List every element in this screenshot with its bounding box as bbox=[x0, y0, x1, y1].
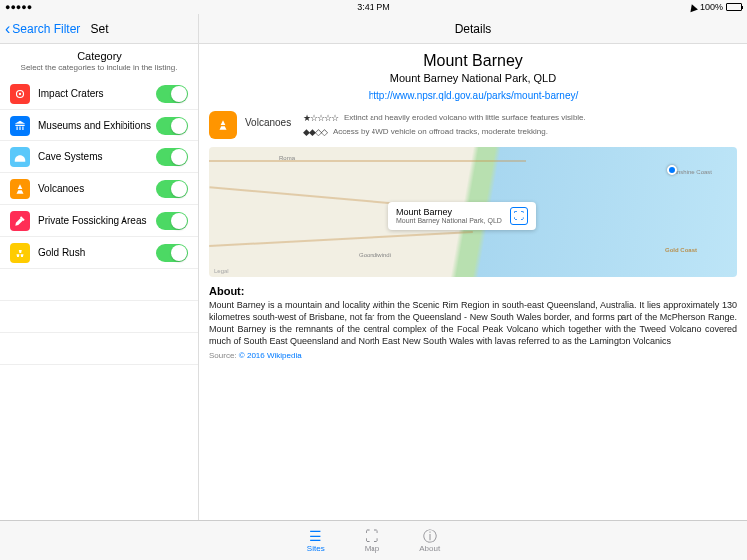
tab-label: Map bbox=[365, 544, 380, 553]
battery-pct: 100% bbox=[700, 2, 723, 12]
fossicking-icon bbox=[10, 211, 30, 231]
empty-row bbox=[0, 269, 198, 301]
category-list: Impact Craters Museums and Exhibitions C… bbox=[0, 78, 198, 269]
details-body: Mount Barney Mount Barney National Park,… bbox=[199, 44, 747, 368]
back-label: Search Filter bbox=[12, 22, 80, 36]
toggle-impact[interactable] bbox=[156, 85, 188, 103]
category-label: Gold Rush bbox=[38, 247, 156, 258]
rating-line: ★☆☆☆☆ Extinct and heavily eroded volcano… bbox=[303, 111, 737, 125]
status-left: ●●●●● bbox=[5, 2, 32, 12]
right-nav-title: Details bbox=[455, 22, 492, 36]
category-label: Volcanoes bbox=[38, 183, 156, 194]
gold-rush-icon bbox=[10, 243, 30, 263]
left-nav-title: Set bbox=[90, 22, 108, 36]
category-row-volcanoes[interactable]: Volcanoes bbox=[0, 173, 198, 205]
list-icon: ☰ bbox=[309, 529, 322, 543]
category-row-gold[interactable]: Gold Rush bbox=[0, 237, 198, 269]
map-town-label: Gold Coast bbox=[665, 247, 697, 253]
access-line: ◆◆◇◇ Access by 4WD vehicle on offroad tr… bbox=[303, 125, 737, 139]
source-label: Source: bbox=[209, 351, 237, 360]
category-header: Category Select the categories to includ… bbox=[0, 44, 198, 78]
category-label: Impact Craters bbox=[38, 88, 156, 99]
toggle-gold[interactable] bbox=[156, 244, 188, 262]
about-heading: About: bbox=[209, 285, 737, 297]
tab-sites[interactable]: ☰ Sites bbox=[307, 529, 325, 553]
cave-icon bbox=[10, 147, 30, 167]
empty-row bbox=[0, 301, 198, 333]
volcano-icon bbox=[10, 179, 30, 199]
battery-icon bbox=[726, 3, 742, 11]
impact-crater-icon bbox=[10, 84, 30, 104]
map-view[interactable]: Roma Sunshine Coast Goondiwindi Gold Coa… bbox=[209, 147, 737, 277]
site-name: Mount Barney bbox=[209, 52, 737, 70]
toggle-fossicking[interactable] bbox=[156, 212, 188, 230]
category-subtitle: Select the categories to include in the … bbox=[0, 62, 198, 76]
info-icon: ⓘ bbox=[423, 529, 437, 543]
location-icon bbox=[688, 2, 698, 11]
map-town-label: Roma bbox=[279, 155, 295, 161]
category-label: Private Fossicking Areas bbox=[38, 215, 156, 226]
chevron-left-icon: ‹ bbox=[5, 21, 10, 37]
site-link-row: http://www.npsr.qld.gov.au/parks/mount-b… bbox=[209, 90, 737, 101]
difficulty-rating: ◆◆◇◇ bbox=[303, 125, 327, 139]
tab-about[interactable]: ⓘ About bbox=[419, 529, 440, 553]
map-legal-link[interactable]: Legal bbox=[214, 268, 229, 274]
source-row: Source: © 2016 Wikipedia bbox=[209, 351, 737, 360]
toggle-cave[interactable] bbox=[156, 148, 188, 166]
category-label: Museums and Exhibitions bbox=[38, 120, 156, 131]
right-panel: Details Mount Barney Mount Barney Nation… bbox=[199, 14, 747, 520]
left-panel: ‹ Search Filter Set Category Select the … bbox=[0, 14, 199, 520]
toggle-museums[interactable] bbox=[156, 117, 188, 135]
left-nav-bar: ‹ Search Filter Set bbox=[0, 14, 198, 44]
category-row-museums[interactable]: Museums and Exhibitions bbox=[0, 110, 198, 141]
back-button[interactable]: ‹ Search Filter bbox=[5, 21, 80, 37]
empty-row bbox=[0, 333, 198, 365]
tab-map[interactable]: ⛶ Map bbox=[365, 529, 380, 553]
tab-bar: ☰ Sites ⛶ Map ⓘ About bbox=[0, 520, 747, 560]
map-pin-icon[interactable] bbox=[667, 165, 677, 175]
rating-text: Extinct and heavily eroded volcano with … bbox=[344, 112, 586, 125]
site-url-link[interactable]: http://www.npsr.qld.gov.au/parks/mount-b… bbox=[369, 90, 578, 101]
map-town-label: Goondiwindi bbox=[359, 252, 391, 258]
svg-point-1 bbox=[19, 92, 21, 94]
category-row-fossicking[interactable]: Private Fossicking Areas bbox=[0, 205, 198, 237]
map-callout[interactable]: Mount Barney Mount Barney National Park,… bbox=[388, 202, 536, 230]
status-right: 100% bbox=[689, 2, 742, 12]
tab-label: Sites bbox=[307, 544, 325, 553]
status-bar: ●●●●● 3:41 PM 100% bbox=[0, 0, 747, 14]
status-time: 3:41 PM bbox=[357, 2, 390, 12]
tab-label: About bbox=[419, 544, 440, 553]
star-rating: ★☆☆☆☆ bbox=[303, 111, 338, 125]
site-park: Mount Barney National Park, QLD bbox=[209, 72, 737, 84]
callout-subtitle: Mount Barney National Park, QLD bbox=[396, 217, 502, 224]
category-row-impact[interactable]: Impact Craters bbox=[0, 78, 198, 110]
right-nav-bar: Details bbox=[199, 14, 747, 44]
museum-icon bbox=[10, 116, 30, 136]
map-expand-icon[interactable]: ⛶ bbox=[510, 207, 528, 225]
empty-rows bbox=[0, 269, 198, 365]
about-text: Mount Barney is a mountain and locality … bbox=[209, 299, 737, 348]
site-type: Volcanoes bbox=[245, 111, 295, 128]
callout-title: Mount Barney bbox=[396, 207, 502, 217]
toggle-volcanoes[interactable] bbox=[156, 180, 188, 198]
source-link[interactable]: © 2016 Wikipedia bbox=[239, 351, 302, 360]
volcano-type-icon bbox=[209, 111, 237, 139]
category-row-cave[interactable]: Cave Systems bbox=[0, 141, 198, 173]
category-label: Cave Systems bbox=[38, 151, 156, 162]
access-text: Access by 4WD vehicle on offroad tracks,… bbox=[333, 126, 548, 139]
info-details: ★☆☆☆☆ Extinct and heavily eroded volcano… bbox=[303, 111, 737, 140]
info-row: Volcanoes ★☆☆☆☆ Extinct and heavily erod… bbox=[209, 111, 737, 140]
category-title: Category bbox=[0, 50, 198, 62]
map-icon: ⛶ bbox=[365, 529, 378, 543]
